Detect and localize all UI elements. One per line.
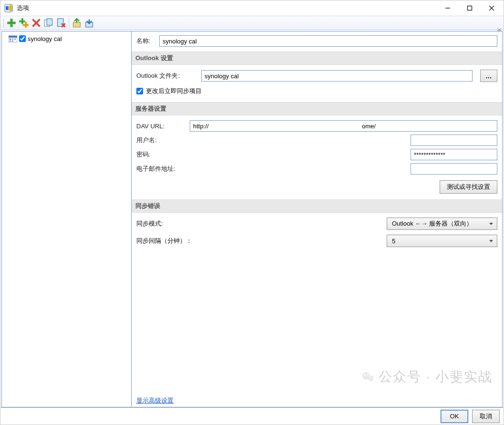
svg-rect-20 [73, 22, 81, 27]
dav-url-label: DAV URL: [136, 123, 190, 130]
calendar-icon [9, 35, 17, 42]
toolbar-overflow-icon[interactable] [497, 26, 502, 30]
svg-point-34 [370, 377, 370, 378]
browse-folder-button[interactable]: … [480, 70, 497, 82]
svg-rect-2 [9, 5, 12, 11]
password-label: 密码: [136, 150, 190, 159]
sync-on-change-checkbox[interactable] [136, 88, 143, 94]
svg-point-31 [368, 375, 374, 381]
profile-checkbox[interactable] [19, 35, 26, 42]
sync-mode-select[interactable]: Outlook ←→ 服务器（双向） [387, 218, 497, 230]
name-input[interactable] [159, 35, 497, 47]
minimize-button[interactable] [437, 1, 459, 15]
svg-rect-24 [9, 36, 17, 38]
svg-rect-25 [10, 39, 11, 40]
sync-interval-select[interactable]: 5 [387, 235, 497, 247]
sync-interval-value: 5 [392, 238, 395, 245]
export-icon[interactable] [84, 18, 94, 28]
sync-mode-value: Outlook ←→ 服务器（双向） [392, 219, 473, 228]
add-icon[interactable] [7, 18, 16, 28]
sync-mode-label: 同步模式: [136, 219, 203, 228]
sync-interval-label: 同步间隔（分钟）： [136, 237, 203, 245]
svg-rect-29 [12, 41, 13, 41]
profile-item[interactable]: synology cal [5, 33, 128, 44]
outlook-section-header: Outlook 设置 [132, 52, 502, 65]
password-input[interactable] [411, 149, 497, 160]
svg-rect-26 [12, 39, 13, 40]
window-title: 选项 [17, 4, 437, 12]
profile-list: synology cal [2, 31, 132, 407]
server-section-header: 服务器设置 [132, 102, 502, 115]
ok-button[interactable]: OK [441, 410, 468, 423]
svg-rect-10 [19, 21, 25, 22]
sync-error-section-header: 同步错误 [132, 199, 502, 213]
delete-doc-icon[interactable] [56, 18, 66, 28]
name-label: 名称: [136, 37, 159, 45]
watermark: 公众号 · 小斐实战 [361, 368, 493, 386]
maximize-button[interactable] [459, 1, 481, 15]
svg-point-32 [364, 374, 365, 376]
titlebar: 选项 [0, 0, 504, 16]
close-button[interactable] [481, 1, 503, 15]
svg-rect-27 [14, 39, 16, 40]
dav-url-input[interactable] [190, 120, 497, 132]
test-settings-button[interactable]: 测试或寻找设置 [440, 180, 497, 194]
delete-icon[interactable] [31, 18, 41, 28]
advanced-settings-link[interactable]: 显示高级设置 [136, 394, 174, 407]
profile-label: synology cal [28, 35, 62, 42]
svg-rect-8 [7, 22, 16, 24]
folder-label: Outlook 文件夹: [136, 72, 197, 80]
cancel-button[interactable]: 取消 [472, 410, 500, 423]
app-icon [4, 4, 13, 12]
settings-panel: 名称: Outlook 设置 Outlook 文件夹: … 更改后立即同步项目 … [132, 31, 502, 407]
add-multi-icon[interactable] [19, 18, 29, 28]
email-input[interactable] [411, 163, 497, 175]
sync-on-change-label: 更改后立即同步项目 [146, 87, 202, 95]
folder-input[interactable] [201, 70, 473, 82]
import-icon[interactable] [72, 18, 82, 28]
toolbar [0, 16, 504, 30]
svg-rect-28 [10, 41, 11, 41]
svg-rect-4 [468, 6, 472, 10]
dialog-footer: OK 取消 [0, 407, 504, 425]
svg-rect-1 [6, 6, 9, 10]
svg-rect-12 [23, 24, 29, 26]
username-input[interactable] [411, 135, 497, 146]
copy-icon[interactable] [44, 18, 53, 28]
username-label: 用户名: [136, 136, 190, 145]
svg-point-35 [372, 377, 373, 378]
email-label: 电子邮件地址: [136, 165, 190, 173]
svg-point-33 [367, 374, 368, 376]
svg-rect-16 [47, 19, 52, 25]
